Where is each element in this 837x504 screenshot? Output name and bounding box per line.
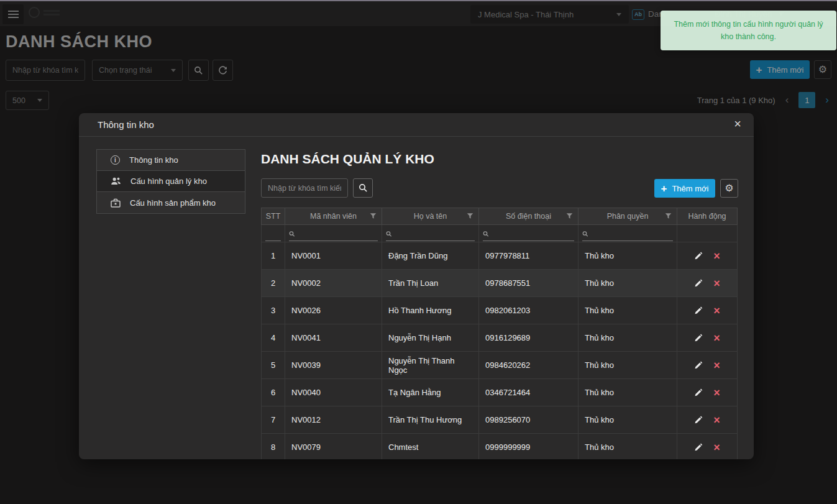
table-row: 2 NV0002 Trần Thị Loan 0978687551 Thủ kh… <box>262 270 738 297</box>
delete-icon[interactable]: × <box>713 305 720 316</box>
delete-icon[interactable]: × <box>713 387 720 398</box>
manager-search-button[interactable] <box>353 178 373 198</box>
filter-input[interactable] <box>591 229 673 238</box>
delete-icon[interactable]: × <box>713 442 720 453</box>
cell-employee-code: NV0012 <box>285 406 382 434</box>
table-row: 1 NV0001 Đặng Trần Dũng 0977978811 Thủ k… <box>262 242 738 270</box>
filter-input[interactable] <box>395 229 475 238</box>
table-row: 3 NV0026 Hồ Thanh Hương 0982061203 Thủ k… <box>262 297 738 324</box>
filter-phan-quyen <box>582 227 673 241</box>
cell-employee-code: NV0039 <box>285 352 382 379</box>
table-row: 7 NV0012 Trần Thị Thu Hương 0989256070 T… <box>262 406 738 434</box>
pencil-icon <box>694 279 702 287</box>
cell-phone: 0978687551 <box>479 270 579 297</box>
filter-icon[interactable] <box>665 213 672 219</box>
table-header-row: STT Mã nhân viên Họ và tên Số điện thoại… <box>262 208 738 225</box>
table-row: 8 NV0079 Chmtest 0999999999 Thủ kho × <box>262 434 738 460</box>
delete-icon[interactable]: × <box>713 332 720 344</box>
pencil-icon <box>694 416 702 424</box>
cell-stt: 4 <box>262 324 285 352</box>
search-icon <box>359 183 368 193</box>
cell-phone: 0989256070 <box>479 406 579 434</box>
cell-stt: 7 <box>262 406 285 434</box>
edit-button[interactable] <box>694 252 702 260</box>
cell-role: Thủ kho <box>579 270 677 297</box>
col-stt: STT <box>262 208 285 225</box>
pencil-icon <box>694 306 702 314</box>
cell-phone: 0916129689 <box>479 324 579 352</box>
cell-phone: 0984620262 <box>479 352 579 379</box>
cell-full-name: Hồ Thanh Hương <box>382 297 479 324</box>
manager-add-label: Thêm mới <box>672 184 708 193</box>
table-row: 4 NV0041 Nguyễn Thị Hạnh 0916129689 Thủ … <box>262 324 738 352</box>
cell-role: Thủ kho <box>579 352 677 379</box>
delete-icon[interactable]: × <box>713 415 720 426</box>
search-icon <box>289 231 295 237</box>
cell-employee-code: NV0002 <box>285 270 382 297</box>
tab-cau-hinh-san-pham-kho[interactable]: Cấu hình sản phẩm kho <box>97 192 245 213</box>
cell-role: Thủ kho <box>579 242 677 270</box>
filter-icon[interactable] <box>467 213 473 219</box>
tab-thong-tin-kho[interactable]: i Thông tin kho <box>97 150 245 171</box>
info-icon: i <box>111 155 120 165</box>
edit-button[interactable] <box>694 388 702 396</box>
col-phan-quyen[interactable]: Phân quyền <box>579 208 677 225</box>
edit-button[interactable] <box>694 306 702 314</box>
plus-icon: + <box>661 183 667 194</box>
filter-input[interactable] <box>492 229 574 238</box>
manager-add-button[interactable]: + Thêm mới <box>654 179 715 198</box>
filter-input[interactable] <box>298 229 378 238</box>
cell-actions: × <box>677 434 738 460</box>
pencil-icon <box>694 334 702 342</box>
manager-table: STT Mã nhân viên Họ và tên Số điện thoại… <box>261 208 738 459</box>
tab-label: Cấu hình quản lý kho <box>130 176 207 186</box>
cell-role: Thủ kho <box>579 379 677 406</box>
cell-actions: × <box>677 379 738 406</box>
cell-phone: 0982061203 <box>479 297 579 324</box>
manager-settings-button[interactable]: ⚙ <box>720 179 738 198</box>
filter-ma-nhan-vien <box>289 227 378 241</box>
filter-icon[interactable] <box>370 213 377 219</box>
success-toast[interactable]: Thêm mới thông tin cấu hình người quản l… <box>661 11 836 50</box>
cell-phone: 0999999999 <box>479 434 579 460</box>
cell-actions: × <box>677 242 738 270</box>
edit-button[interactable] <box>694 416 702 424</box>
edit-button[interactable] <box>694 279 702 287</box>
cell-role: Thủ kho <box>579 406 677 434</box>
manager-search-input[interactable] <box>261 178 348 198</box>
delete-icon[interactable]: × <box>713 278 720 289</box>
cell-stt: 1 <box>262 242 285 270</box>
edit-button[interactable] <box>694 443 702 451</box>
col-so-dien-thoai[interactable]: Số điện thoại <box>479 208 579 225</box>
filter-stt <box>265 227 281 241</box>
modal-close-button[interactable]: × <box>734 117 741 130</box>
edit-button[interactable] <box>694 334 702 342</box>
gear-icon: ⚙ <box>725 183 733 193</box>
cell-stt: 8 <box>262 434 285 460</box>
pencil-icon <box>694 252 702 260</box>
cell-stt: 5 <box>262 352 285 379</box>
filter-ho-va-ten <box>386 227 475 241</box>
cell-full-name: Đặng Trần Dũng <box>382 242 479 270</box>
table-row: 6 NV0040 Tạ Ngân Hằng 0346721464 Thủ kho… <box>262 379 738 406</box>
col-ho-va-ten[interactable]: Họ và tên <box>382 208 479 225</box>
cell-employee-code: NV0079 <box>285 434 382 460</box>
table-filter-row <box>262 225 738 242</box>
cell-full-name: Trần Thị Loan <box>382 270 479 297</box>
users-icon <box>111 176 121 186</box>
cell-actions: × <box>677 406 738 434</box>
delete-icon[interactable]: × <box>713 250 720 262</box>
tab-cau-hinh-quan-ly-kho[interactable]: Cấu hình quản lý kho <box>97 171 245 192</box>
pencil-icon <box>694 388 702 396</box>
col-ma-nhan-vien[interactable]: Mã nhân viên <box>285 208 382 225</box>
cell-full-name: Nguyễn Thị Thanh Ngọc <box>382 352 479 379</box>
cell-employee-code: NV0026 <box>285 297 382 324</box>
filter-icon[interactable] <box>566 213 573 219</box>
cell-employee-code: NV0040 <box>285 379 382 406</box>
edit-button[interactable] <box>694 361 702 369</box>
cell-full-name: Trần Thị Thu Hương <box>382 406 479 434</box>
pencil-icon <box>694 361 702 369</box>
delete-icon[interactable]: × <box>713 360 720 371</box>
cell-phone: 0346721464 <box>479 379 579 406</box>
modal-title: Thông tin kho <box>98 113 154 137</box>
